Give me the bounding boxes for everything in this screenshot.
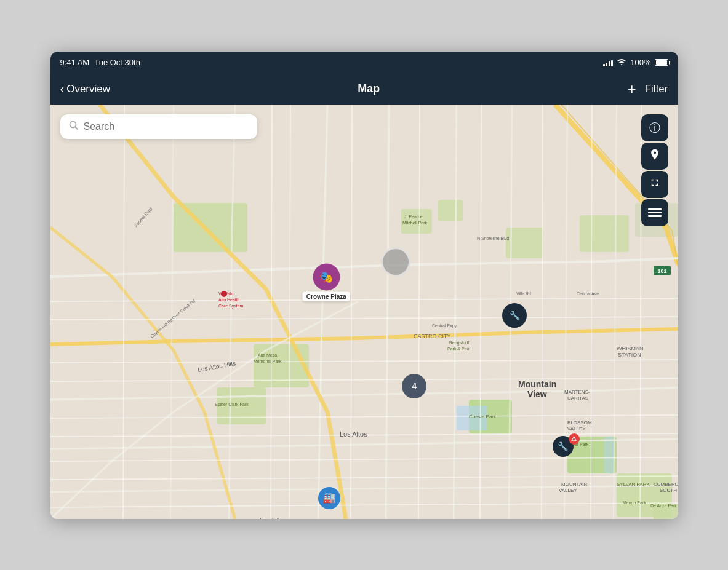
svg-text:WHISMAN: WHISMAN: [617, 346, 644, 352]
search-icon: [69, 121, 79, 133]
info-icon: ⓘ: [649, 121, 660, 135]
date: Tue Oct 30th: [94, 58, 140, 67]
svg-text:VALLEY: VALLEY: [567, 426, 586, 432]
svg-text:N Shoreline Blvd: N Shoreline Blvd: [477, 236, 509, 240]
time: 9:41 AM: [60, 58, 90, 67]
layers-button[interactable]: [641, 199, 668, 226]
svg-text:SOUTH: SOUTH: [660, 488, 677, 493]
svg-text:MOUNTAIN: MOUNTAIN: [561, 481, 587, 487]
signal-icon: [603, 59, 614, 66]
add-button[interactable]: +: [628, 81, 636, 98]
map-background: Los Altos Hills Los Altos Mountain View …: [50, 105, 678, 519]
map-container[interactable]: Los Altos Hills Los Altos Mountain View …: [50, 105, 678, 519]
svg-text:View: View: [527, 389, 547, 399]
svg-text:CARITAS: CARITAS: [567, 395, 588, 401]
svg-text:Rengstorff: Rengstorff: [449, 341, 469, 346]
tool-marker[interactable]: 🔧: [502, 303, 527, 328]
status-bar: 9:41 AM Tue Oct 30th 100%: [50, 52, 678, 74]
search-input[interactable]: [84, 121, 249, 132]
svg-text:MARTENS-: MARTENS-: [564, 389, 590, 395]
crowne-plaza-icon: 🎭: [313, 264, 340, 291]
wifi-icon: [617, 58, 626, 67]
svg-text:CASTRO CITY: CASTRO CITY: [414, 333, 451, 339]
expand-icon: [649, 177, 660, 191]
battery-icon: [655, 59, 668, 66]
gray-circle-icon: [381, 247, 410, 277]
svg-text:Mango Park: Mango Park: [623, 501, 646, 505]
svg-rect-9: [438, 200, 463, 221]
svg-text:J. Pearce: J. Pearce: [404, 215, 423, 219]
svg-text:Central Expy: Central Expy: [432, 323, 457, 328]
svg-text:Alto Health: Alto Health: [218, 298, 239, 302]
building-icon: 🏭: [318, 487, 340, 509]
tool-icon: 🔧: [502, 303, 527, 328]
svg-text:101: 101: [657, 268, 666, 274]
svg-text:Park & Pool: Park & Pool: [447, 347, 470, 351]
status-left: 9:41 AM Tue Oct 30th: [60, 58, 140, 67]
svg-text:Los Altos: Los Altos: [340, 430, 367, 438]
svg-text:VALLEY: VALLEY: [559, 488, 577, 493]
svg-text:Cuesta Park: Cuesta Park: [469, 414, 497, 419]
location-icon: [649, 148, 661, 164]
search-bar[interactable]: [60, 114, 257, 139]
svg-text:Villa Rd: Villa Rd: [516, 291, 531, 296]
svg-rect-11: [580, 215, 629, 252]
svg-text:BLOSSOM: BLOSSOM: [567, 420, 592, 426]
layers-icon: [648, 208, 662, 217]
svg-text:Foothill: Foothill: [260, 517, 279, 519]
phone-frame: 9:41 AM Tue Oct 30th 100% ‹ Ov: [50, 52, 678, 519]
svg-text:SYLVAN PARK: SYLVAN PARK: [617, 481, 650, 487]
svg-text:Mitchell Park: Mitchell Park: [402, 221, 428, 225]
svg-text:Alta Mesa: Alta Mesa: [258, 353, 277, 357]
map-controls: ⓘ: [641, 114, 668, 226]
page-title: Map: [358, 82, 380, 95]
svg-rect-14: [604, 437, 614, 473]
info-button[interactable]: ⓘ: [641, 114, 668, 141]
crowne-plaza-label: Crowne Plaza: [303, 292, 350, 301]
filter-button[interactable]: Filter: [645, 83, 668, 95]
svg-line-68: [75, 127, 78, 129]
chevron-left-icon: ‹: [60, 82, 65, 96]
cluster-count: 4: [412, 381, 417, 391]
svg-text:Central Ave: Central Ave: [577, 291, 599, 296]
expand-button[interactable]: [641, 171, 668, 198]
cluster-icon: 4: [402, 374, 426, 398]
warning-icon: 🔧 ⚠: [553, 436, 577, 461]
cluster-marker[interactable]: 4: [402, 374, 426, 398]
svg-text:Memorial Park: Memorial Park: [254, 359, 282, 363]
building-marker-2[interactable]: 🏭: [318, 487, 340, 509]
back-label: Overview: [66, 83, 110, 95]
location-dot: [381, 247, 410, 277]
status-right: 100%: [603, 58, 668, 67]
location-button[interactable]: [641, 143, 668, 170]
svg-text:Mountain: Mountain: [518, 379, 556, 389]
svg-text:Esther Clark Park: Esther Clark Park: [215, 402, 249, 406]
nav-actions: + Filter: [628, 81, 668, 98]
nav-bar: ‹ Overview Map + Filter: [50, 74, 678, 105]
svg-text:Care System: Care System: [218, 304, 244, 309]
warning-tool-marker[interactable]: 🔧 ⚠: [553, 436, 577, 461]
svg-text:De Anza Park: De Anza Park: [650, 504, 677, 508]
battery-percent: 100%: [630, 58, 650, 67]
crowne-plaza-marker[interactable]: 🎭 Crowne Plaza: [303, 264, 350, 301]
back-button[interactable]: ‹ Overview: [60, 82, 111, 96]
svg-text:STATION: STATION: [618, 352, 641, 358]
svg-text:CUMBERLAND: CUMBERLAND: [654, 481, 678, 487]
svg-rect-2: [254, 344, 309, 387]
svg-point-55: [221, 291, 227, 297]
